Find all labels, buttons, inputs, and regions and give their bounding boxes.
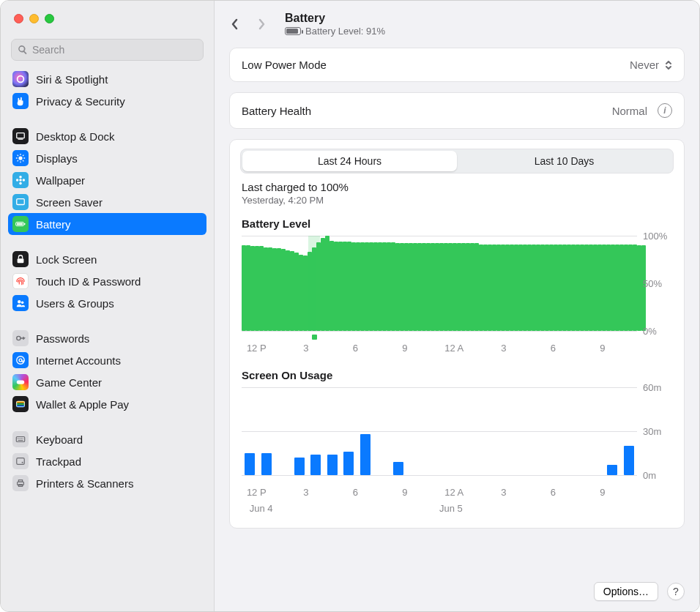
sidebar-item-label: Battery [36, 218, 71, 231]
x-axis: 12 P36912 A369 [242, 343, 637, 357]
svg-point-13 [19, 176, 22, 179]
svg-rect-36 [21, 438, 22, 439]
charging-marker-icon [312, 335, 317, 340]
sidebar-item-lock-screen[interactable]: Lock Screen [8, 248, 206, 270]
low-power-mode-value: Never [630, 59, 659, 71]
screen-on-usage-chart: 60m 30m 0m [242, 387, 672, 482]
sidebar-item-desktop-dock[interactable]: Desktop & Dock [8, 125, 206, 147]
time-range-segmented: Last 24 Hours Last 10 Days [240, 149, 674, 173]
low-power-mode-card: Low Power Mode Never [229, 48, 685, 82]
sidebar-item-trackpad[interactable]: Trackpad [8, 450, 206, 472]
svg-line-10 [18, 160, 18, 161]
nav-back-button[interactable] [225, 14, 245, 34]
sidebar-item-label: Passwords [36, 332, 89, 345]
window-controls [1, 1, 214, 36]
bar [245, 453, 255, 475]
svg-point-14 [19, 182, 22, 185]
sidebar-item-label: Siri & Spotlight [36, 73, 108, 86]
sidebar-item-game-center[interactable]: Game Center [8, 371, 206, 393]
info-icon[interactable]: i [658, 103, 672, 118]
svg-rect-17 [17, 199, 25, 205]
zoom-window-button[interactable] [45, 14, 54, 23]
trackpad-icon [12, 453, 29, 469]
nav-forward-button[interactable] [251, 14, 272, 34]
x-tick: 12 A [444, 343, 463, 354]
sidebar-item-printers[interactable]: Printers & Scanners [8, 472, 206, 494]
x-tick: 12 A [444, 487, 463, 498]
sidebar-item-label: Privacy & Security [36, 95, 125, 108]
close-window-button[interactable] [14, 14, 23, 23]
sidebar-item-label: Touch ID & Password [36, 275, 141, 288]
sidebar-item-label: Trackpad [36, 455, 81, 468]
sidebar-item-screen-saver[interactable]: Screen Saver [8, 191, 206, 213]
x-tick: 6 [551, 487, 556, 498]
bar [327, 455, 338, 475]
x-tick: 6 [551, 343, 556, 354]
sidebar-item-privacy-security[interactable]: Privacy & Security [8, 90, 206, 112]
y-tick: 30m [643, 426, 661, 437]
x-tick: 9 [402, 343, 407, 354]
battery-health-label: Battery Health [242, 105, 612, 117]
x-tick: 9 [600, 487, 605, 498]
svg-line-11 [23, 155, 23, 156]
sidebar-item-internet-accounts[interactable]: Internet Accounts [8, 349, 206, 371]
low-power-mode-label: Low Power Mode [242, 59, 630, 71]
sidebar-item-touch-id[interactable]: Touch ID & Password [8, 270, 206, 292]
sidebar-item-users-groups[interactable]: Users & Groups [8, 292, 206, 314]
usage-charts-card: Last 24 Hours Last 10 Days Last charged … [229, 139, 685, 529]
tab-last-10-days[interactable]: Last 10 Days [457, 151, 671, 171]
battery-health-card: Battery Health Normal i [229, 92, 685, 129]
at-icon [12, 352, 29, 368]
sidebar-item-wallpaper[interactable]: Wallpaper [8, 169, 206, 191]
svg-rect-20 [24, 223, 25, 225]
battery-health-value: Normal [612, 105, 647, 117]
minimize-window-button[interactable] [29, 14, 39, 23]
x-axis: 12 P36912 A369 [242, 487, 637, 501]
svg-rect-31 [17, 406, 25, 407]
search-input[interactable] [32, 44, 197, 56]
x-tick: 6 [353, 343, 358, 354]
settings-window: Siri & SpotlightPrivacy & SecurityDeskto… [0, 0, 700, 612]
sun-icon [12, 150, 29, 166]
options-button[interactable]: Options… [594, 582, 658, 601]
sidebar-list: Siri & SpotlightPrivacy & SecurityDeskto… [8, 68, 206, 494]
svg-point-3 [18, 156, 22, 160]
printer-icon [12, 475, 29, 491]
sidebar-item-wallet[interactable]: Wallet & Apple Pay [8, 393, 206, 415]
footer: Options… ? [215, 575, 699, 611]
x-tick: 3 [303, 487, 308, 498]
svg-rect-2 [18, 139, 23, 140]
x-tick: 9 [402, 487, 407, 498]
sidebar-item-passwords[interactable]: Passwords [8, 327, 206, 349]
bar [294, 458, 305, 475]
hand-icon [12, 93, 29, 109]
svg-rect-29 [17, 402, 25, 403]
siri-icon [12, 71, 29, 87]
svg-point-15 [16, 179, 19, 182]
key-icon [12, 330, 29, 346]
help-button[interactable]: ? [667, 583, 685, 600]
sidebar-item-displays[interactable]: Displays [8, 147, 206, 169]
svg-point-22 [18, 300, 21, 303]
sidebar-item-label: Printers & Scanners [36, 477, 133, 490]
sidebar-item-battery[interactable]: Battery [8, 213, 206, 235]
tab-last-24-hours[interactable]: Last 24 Hours [242, 151, 457, 171]
svg-rect-34 [18, 438, 19, 439]
bar [360, 434, 371, 475]
x-tick: 12 P [247, 343, 267, 354]
bar [343, 452, 354, 475]
search-field[interactable] [11, 39, 204, 61]
header: Battery Battery Level: 91% [215, 1, 699, 48]
svg-rect-19 [17, 223, 23, 225]
sidebar-item-siri-spotlight[interactable]: Siri & Spotlight [8, 68, 206, 90]
svg-rect-33 [18, 438, 18, 439]
svg-line-9 [23, 160, 23, 161]
low-power-mode-row[interactable]: Low Power Mode Never [230, 48, 684, 81]
sidebar-item-label: Displays [36, 152, 78, 165]
x-tick: 3 [501, 343, 506, 354]
battery-health-row: Battery Health Normal i [230, 93, 684, 128]
last-charged-label: Last charged to 100% [242, 181, 672, 193]
lock-icon [12, 251, 29, 267]
sidebar-item-keyboard[interactable]: Keyboard [8, 428, 206, 450]
svg-rect-35 [20, 438, 21, 439]
